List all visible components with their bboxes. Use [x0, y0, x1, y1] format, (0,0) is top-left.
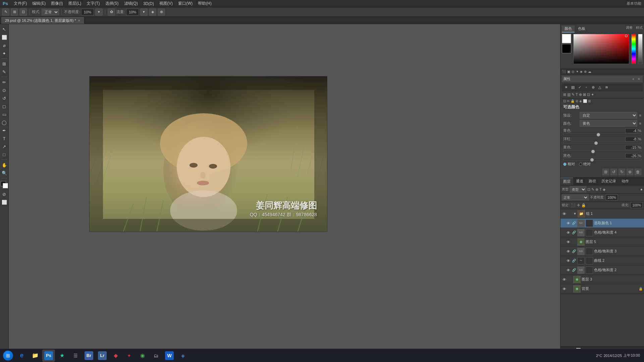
adj-icon3-2[interactable]: ✏ [567, 99, 570, 103]
adj-icon2-4[interactable]: T [576, 93, 578, 97]
adj-icon2-6[interactable]: ⊠ [583, 93, 586, 97]
magenta-track[interactable] [563, 142, 641, 143]
icon-bar-btn-2[interactable]: ▣ [567, 70, 570, 73]
menu-image[interactable]: 图像(I) [49, 0, 65, 7]
quick-mask-btn[interactable]: ⊘ [1, 190, 8, 198]
collapse-icon[interactable]: « [631, 77, 636, 81]
prop-icon-4[interactable]: ⊕ [627, 169, 633, 175]
adj-icon-2[interactable]: ▤ [570, 84, 576, 90]
layer-background[interactable]: 👁 ⊕ 背景 🔒 [560, 284, 644, 294]
menu-file[interactable]: 文件(F) [11, 0, 29, 7]
layer-curves-2[interactable]: 👁 🔗 〜 曲线 2 [560, 256, 644, 265]
adj-icon-1[interactable]: ☀ [563, 84, 569, 90]
radio-absolute[interactable] [579, 163, 582, 166]
canvas-area[interactable]: 姜同辉高端修图 QQ：454946742 群：98786628 [9, 24, 560, 354]
cyan-value[interactable] [625, 128, 637, 133]
menu-view[interactable]: 视图(V) [157, 0, 175, 7]
tab-color[interactable]: 颜色 [562, 25, 575, 33]
brush-tool[interactable]: ✏ [1, 78, 8, 86]
adj-icon-7[interactable]: ≋ [603, 84, 609, 90]
shape-tool[interactable]: □ [1, 151, 8, 158]
adj-icon3-7[interactable]: ⊞ [588, 99, 591, 103]
adj-icon-3[interactable]: ✓ [577, 84, 583, 90]
black-thumb[interactable] [590, 158, 594, 162]
mode-select[interactable]: 正常 [42, 9, 59, 15]
menu-window[interactable]: 窗口(W) [176, 0, 195, 7]
yellow-thumb[interactable] [591, 150, 595, 153]
adj-icon-5[interactable]: ⊛ [590, 84, 596, 90]
color-box[interactable] [1, 181, 8, 188]
black-value[interactable] [625, 154, 637, 158]
layer-vis-sc1[interactable]: 👁 [566, 221, 571, 226]
crop-tool[interactable]: ⊞ [1, 60, 8, 67]
adj-icon3-3[interactable]: 🔒 [571, 99, 575, 103]
tab-actions[interactable]: 动作 [619, 178, 632, 185]
fill-val-layers[interactable] [631, 202, 643, 208]
layer-selective-color-1[interactable]: 👁 🔗 SC 选取颜色 1 [560, 219, 644, 228]
text-tool[interactable]: T [1, 135, 8, 142]
filter-icon-3[interactable]: ⊕ [595, 187, 598, 192]
layer-vis-bg[interactable]: 👁 [562, 287, 567, 291]
adj-icon3-6[interactable]: ⬜ [583, 99, 587, 103]
opacity-picker[interactable]: ▾ [95, 8, 103, 16]
move-tool[interactable]: ↖ [1, 25, 8, 33]
adj-icon2-5[interactable]: ⊕ [579, 93, 582, 97]
layer-vis-group1[interactable]: 👁 [562, 212, 567, 216]
adj-icon2-8[interactable]: ✦ [591, 93, 594, 97]
menu-edit[interactable]: 编辑(E) [30, 0, 48, 7]
menu-filter[interactable]: 滤镜(Q) [122, 0, 140, 7]
menu-text[interactable]: 文字(T) [84, 0, 102, 7]
icon-bar-btn-6[interactable]: ⊕ [584, 70, 587, 73]
background-color[interactable] [3, 183, 8, 188]
color-gradient-picker[interactable] [573, 34, 629, 64]
taskbar-app11[interactable]: 🗂 [150, 350, 162, 362]
opacity-val-layers[interactable] [606, 194, 618, 200]
expand-icon[interactable]: ≡ [637, 77, 641, 81]
layer-group-1[interactable]: 👁 ▼ 📁 组 1 [560, 209, 644, 219]
taskbar-bridge[interactable]: Br [83, 350, 95, 362]
lock-all-icon[interactable]: 🔒 [581, 203, 586, 207]
pen-tool[interactable]: ✒ [1, 127, 8, 134]
radio-absolute-item[interactable]: 绝对 [579, 162, 591, 167]
layer-vis-5[interactable]: 👁 [566, 240, 571, 244]
tab-history[interactable]: 历史记录 [599, 178, 619, 185]
preset-select[interactable]: 自定 [580, 112, 637, 119]
tool-btn-1[interactable]: ✎ [2, 8, 9, 16]
filter-toggle[interactable]: ● [640, 187, 643, 192]
magenta-thumb[interactable] [594, 141, 598, 145]
prop-icon-trash[interactable]: 🗑 [635, 169, 641, 175]
stamp-tool[interactable]: ⊙ [1, 86, 8, 94]
tab-layers[interactable]: 图层 [560, 178, 573, 185]
adj-icon-4[interactable]: ▫ [583, 84, 589, 90]
layer-vis-hs3[interactable]: 👁 [566, 249, 571, 254]
dodge-tool[interactable]: ◯ [1, 119, 8, 126]
adj-icon3-4[interactable]: ⊘ [576, 99, 578, 103]
flow-picker[interactable]: ▾ [140, 8, 148, 16]
adj-icon-6[interactable]: △ [597, 84, 603, 90]
magic-wand-tool[interactable]: ✦ [1, 50, 8, 57]
prop-icon-1[interactable]: ⊞ [602, 169, 609, 175]
doc-tab[interactable]: 29.psd @ 16.2% (选取颜色 1, 图层蒙版/8) * × [1, 17, 84, 24]
airbrush-btn[interactable]: ✿ [108, 8, 115, 16]
history-brush-tool[interactable]: ↺ [1, 95, 8, 102]
path-select-tool[interactable]: ↗ [1, 143, 8, 150]
bg-color-swatch[interactable] [562, 44, 571, 53]
filter-icon-5[interactable]: ◈ [603, 187, 605, 192]
eyedropper-tool[interactable]: ✎ [1, 68, 8, 75]
taskbar-app5[interactable]: ☰ [69, 350, 82, 362]
color-panel-menu[interactable]: 调整 [626, 25, 633, 33]
icon-bar-btn-3[interactable]: ◎ [572, 70, 575, 73]
fg-color-swatch[interactable] [562, 34, 571, 43]
tab-swatches[interactable]: 色板 [575, 25, 588, 33]
color-menu[interactable]: ≡ [639, 121, 641, 125]
yellow-value[interactable] [625, 145, 637, 150]
layer-hue-sat-3[interactable]: 👁 🔗 HS 色相/饱和度 3 [560, 247, 644, 256]
airbrush-toggle[interactable]: ◈ [149, 8, 156, 16]
layer-expand-group1[interactable]: ▼ [573, 212, 577, 216]
color-panel-style[interactable]: 样式 [636, 25, 643, 33]
magenta-value[interactable] [625, 137, 637, 141]
radio-relative[interactable] [563, 163, 567, 166]
hand-tool[interactable]: ✋ [1, 161, 8, 169]
layer-hue-sat-2[interactable]: 👁 🔗 HS 色相/饱和度 2 [560, 265, 644, 275]
adj-icon3-1[interactable]: ⊡ [563, 99, 566, 103]
